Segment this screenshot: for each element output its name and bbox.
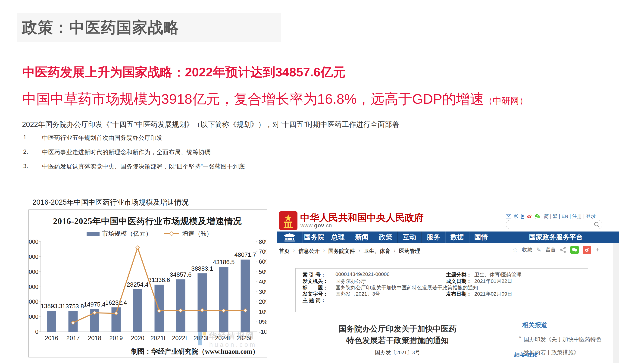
nav-item-9[interactable]: 国家政务服务平台 — [493, 232, 619, 243]
pencil-icon[interactable]: ✎ — [536, 246, 542, 254]
search-box[interactable] — [506, 220, 602, 229]
svg-text:50%: 50% — [259, 268, 266, 275]
svg-text:huaon.com: huaon.com — [209, 341, 257, 348]
svg-text:60%: 60% — [259, 258, 266, 265]
svg-text:30000: 30000 — [29, 284, 38, 290]
svg-text:0: 0 — [35, 328, 38, 335]
nav-item-1[interactable]: 国务院 — [302, 232, 326, 243]
weibo-icon[interactable] — [527, 213, 532, 219]
heading-line2-source: （中研网） — [484, 96, 528, 106]
gov-nav-bar: 国务院总理新闻政策互动服务数据国情国家政务服务平台 — [277, 232, 619, 243]
breadcrumb-item[interactable]: 医药管理 — [399, 248, 420, 255]
svg-text:43186.5: 43186.5 — [213, 258, 235, 266]
heading-bold: 中医药发展上升为国家战略：2022年预计达到34857.6亿元 — [22, 64, 346, 81]
nav-item-7[interactable]: 数据 — [446, 232, 469, 243]
page-title: 政策：中医药国家战略 — [22, 13, 180, 42]
national-emblem-logo — [279, 211, 298, 230]
related-item-bullet: * — [519, 335, 521, 341]
heading-line2-main: 中国中草药市场规模为3918亿元，复合增长率为16.8%，远高于GDP的增速 — [22, 91, 484, 107]
list-item: 3.中医药发展认真落实党中央、国务院决策部署，以“四个坚持”一张蓝图干到底 — [23, 162, 245, 170]
gov-site-name[interactable]: 中华人民共和国中央人民政府 — [300, 211, 424, 224]
mobile-icon[interactable] — [521, 213, 524, 220]
svg-text:13893.3: 13893.3 — [41, 302, 62, 310]
svg-text:0%: 0% — [259, 318, 266, 325]
svg-text:30%: 30% — [259, 288, 266, 295]
chart-canvas: 2016-2025年中国中医药行业市场规模及增速情况市场规模（亿元）增速（%）0… — [29, 210, 266, 357]
meta-label: 主 题 词： — [302, 297, 326, 304]
meta-row: 主 题 词： — [296, 297, 588, 304]
svg-text:14975.4: 14975.4 — [84, 301, 106, 308]
svg-text:20000: 20000 — [29, 298, 38, 305]
market-size-chart: 2016-2025年中国中医药行业市场规模及增速情况市场规模（亿元）增速（%）0… — [28, 210, 267, 358]
svg-text:2016-2025年中国中医药行业市场规模及增速情况: 2016-2025年中国中医药行业市场规模及增速情况 — [53, 216, 242, 226]
svg-text:38883.1: 38883.1 — [192, 265, 213, 272]
nav-item-2[interactable]: 总理 — [326, 232, 350, 243]
svg-text:市场规模（亿元）: 市场规模（亿元） — [102, 230, 152, 237]
breadcrumb-item[interactable]: 首页 — [279, 248, 290, 255]
meta-value: 国务院办公厅 — [336, 278, 366, 285]
breadcrumb-row: 首页›信息公开›国务院文件›卫生、体育›医药管理 ☆收藏 ✎留言 + — [279, 244, 612, 257]
meta-label: 索 引 号： — [302, 271, 326, 278]
nav-item-6[interactable]: 服务 — [422, 232, 446, 243]
nav-item-5[interactable]: 互动 — [398, 232, 422, 243]
svg-text:2023E: 2023E — [194, 334, 211, 342]
meta-value: 2021年02月09日 — [474, 290, 512, 298]
mail-icon[interactable] — [506, 214, 511, 219]
wechat-share-icon[interactable] — [570, 246, 579, 254]
svg-text:2018: 2018 — [88, 334, 102, 342]
list-item: 1.中医药行业五年规划首次由国务院办公厅印发 — [23, 134, 245, 142]
svg-text:2020: 2020 — [131, 334, 144, 342]
weibo-share-icon[interactable] — [583, 246, 591, 254]
meta-value: 000014349/2021-00006 — [336, 271, 390, 277]
related-links-clipped: 相关链接 — [514, 352, 560, 357]
nav-item-3[interactable]: 新闻 — [350, 232, 374, 243]
meta-row: 发文机关：国务院办公厅成文日期：2021年01月22日 — [296, 278, 588, 285]
list-item: 2.中医药事业走进新时代的新理念和新作为，全面布局、统筹协调 — [23, 148, 245, 156]
svg-text:48071.7: 48071.7 — [234, 251, 256, 258]
heading-line2: 中国中草药市场规模为3918亿元，复合增长率为16.8%，远高于GDP的增速（中… — [22, 90, 528, 108]
gov-site-url: www.gov.cn — [300, 222, 332, 229]
document-card: 索 引 号：000014349/2021-00006主题分类：卫生、体育\医药管… — [279, 258, 612, 363]
svg-text:10000: 10000 — [29, 314, 38, 320]
svg-text:13753.8: 13753.8 — [62, 303, 84, 310]
meta-label: 标 题： — [302, 284, 328, 291]
breadcrumb-item[interactable]: 国务院文件 — [328, 248, 355, 255]
search-input[interactable] — [510, 221, 592, 228]
body-paragraph: 2022年国务院办公厅印发《“十四五”中医药发展规划》（以下简称《规划》），对“… — [22, 120, 399, 130]
more-actions[interactable]: + — [596, 246, 600, 254]
svg-text:10%: 10% — [259, 308, 266, 315]
meta-row: 标 题：国务院办公厅印发关于加快中医药特色发展若干政策措施的通知 — [296, 284, 588, 291]
wechat-icon[interactable] — [535, 213, 540, 219]
language-links[interactable]: 简 | 繁 | EN | 注册 | 登录 — [544, 213, 596, 220]
favorite-label[interactable]: 收藏 — [522, 246, 532, 253]
svg-text:2021E: 2021E — [150, 334, 168, 342]
search-icon[interactable] — [594, 222, 600, 228]
nav-item-4[interactable]: 政策 — [374, 232, 398, 243]
chart-caption: 2016-2025年中国中医药行业市场规模及增速情况 — [32, 198, 189, 207]
related-reports-heading: 相关报道 — [522, 321, 547, 329]
svg-text:2019: 2019 — [110, 334, 123, 342]
svg-text:20%: 20% — [259, 298, 266, 305]
comment-label[interactable]: 留言 — [546, 246, 556, 253]
page-actions: ☆收藏 ✎留言 + — [512, 246, 600, 254]
breadcrumb-item[interactable]: 信息公开 — [298, 248, 320, 255]
svg-text:增速（%）: 增速（%） — [182, 230, 212, 237]
nav-item-8[interactable]: 国情 — [469, 232, 493, 243]
svg-text:50000: 50000 — [29, 254, 38, 260]
scrollbar-track[interactable] — [613, 243, 619, 363]
svg-text:2017: 2017 — [66, 334, 80, 342]
svg-text:制图：华经产业研究院（www.huaon.com）: 制图：华经产业研究院（www.huaon.com） — [131, 348, 259, 355]
meta-row: 索 引 号：000014349/2021-00006主题分类：卫生、体育\医药管… — [296, 271, 588, 278]
breadcrumb: 首页›信息公开›国务院文件›卫生、体育›医药管理 — [279, 248, 420, 255]
star-icon[interactable]: ☆ — [512, 246, 518, 254]
comment-icon[interactable] — [514, 213, 518, 219]
meta-row: 发文字号：国办发〔2021〕3号发布日期：2021年02月09日 — [296, 290, 588, 298]
document-number: 国办发〔2021〕3号 — [279, 349, 516, 356]
meta-value: 国办发〔2021〕3号 — [336, 290, 380, 298]
share-icon[interactable] — [560, 246, 566, 253]
gov-header-icons: 简 | 繁 | EN | 注册 | 登录 — [506, 212, 596, 220]
svg-text:80%: 80% — [259, 238, 266, 245]
nav-home-gate-icon[interactable] — [277, 232, 302, 243]
breadcrumb-item[interactable]: 卫生、体育 — [364, 248, 390, 255]
svg-text:60000: 60000 — [29, 238, 38, 245]
